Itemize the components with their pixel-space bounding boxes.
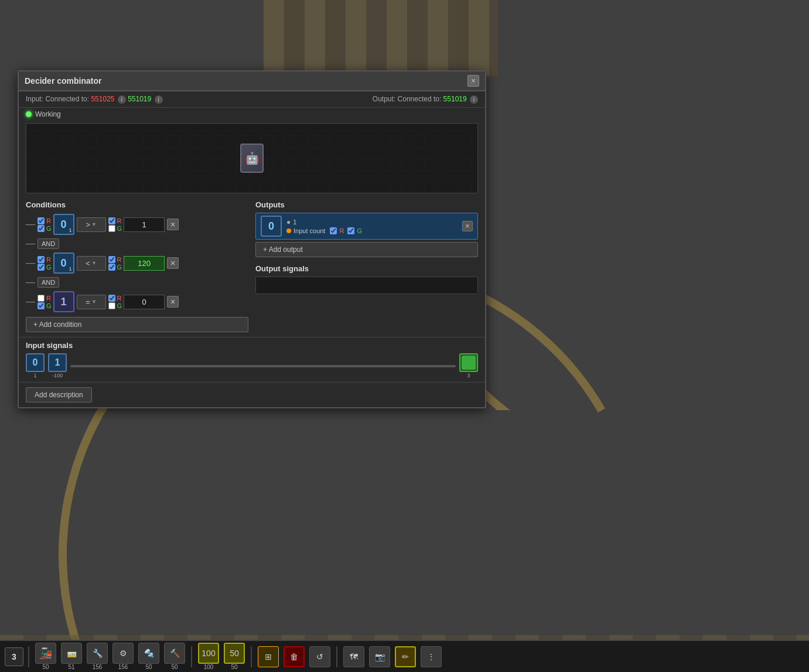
and-btn-2[interactable]: AND bbox=[37, 277, 59, 288]
output-details-1: ● 1 Input count R G bbox=[286, 218, 458, 234]
input-signal-chip-3[interactable]: 3 bbox=[459, 353, 478, 378]
remove-btn-1[interactable]: × bbox=[167, 219, 179, 230]
signal-sub-1: 1 bbox=[69, 227, 72, 233]
output-value-btn-1[interactable]: 0 bbox=[261, 216, 282, 237]
close-button[interactable]: × bbox=[467, 75, 479, 87]
signal-g-checkbox-1[interactable] bbox=[37, 225, 45, 232]
remove-btn-2[interactable]: × bbox=[167, 257, 179, 269]
right-value-3[interactable] bbox=[124, 295, 165, 309]
taskbar-item-6[interactable]: 🔨 50 bbox=[163, 642, 186, 671]
right-g-checkbox-2[interactable] bbox=[108, 264, 115, 271]
taskbar-grid-btn[interactable]: ⊞ bbox=[257, 645, 280, 668]
add-description-button[interactable]: Add description bbox=[26, 387, 92, 402]
conditions-panel: Conditions — R G bbox=[26, 200, 248, 332]
signal-r-label-1: R bbox=[46, 217, 51, 224]
input-signal-sub-2: -100 bbox=[52, 373, 63, 378]
rail-bottom bbox=[0, 635, 809, 640]
input-signal-value-1: 0 bbox=[26, 353, 45, 372]
status-dot bbox=[26, 111, 32, 117]
right-g-checkbox-3[interactable] bbox=[108, 302, 115, 309]
output-number: 1 bbox=[293, 219, 296, 226]
taskbar-count-6: 50 bbox=[171, 664, 177, 670]
remove-btn-3[interactable]: × bbox=[167, 296, 179, 308]
right-r-label-3: R bbox=[117, 295, 122, 302]
taskbar-grid-icon: ⊞ bbox=[258, 646, 279, 667]
signal-g-checkbox-3[interactable] bbox=[37, 302, 45, 309]
operator-btn-3[interactable]: = ▼ bbox=[77, 295, 106, 309]
output-node1[interactable]: 551019 bbox=[443, 95, 467, 103]
taskbar-icon-4: ⚙ bbox=[112, 643, 134, 664]
operator-btn-2[interactable]: < ▼ bbox=[77, 256, 106, 271]
taskbar-camera-btn[interactable]: 📷 bbox=[368, 645, 391, 668]
output-connected-label: Connected to: bbox=[398, 95, 442, 103]
taskbar-map-btn[interactable]: 🗺 bbox=[342, 645, 366, 668]
left-signal-1: R G 01 bbox=[37, 214, 74, 235]
operator-btn-1[interactable]: > ▼ bbox=[77, 217, 106, 232]
dash-3: — bbox=[26, 296, 35, 307]
taskbar-special-2[interactable]: 50 50 bbox=[223, 642, 246, 671]
taskbar-menu-btn[interactable]: ⋮ bbox=[419, 645, 443, 668]
taskbar-item-5[interactable]: 🔩 50 bbox=[137, 642, 161, 671]
taskbar-item-3[interactable]: 🔧 156 bbox=[86, 642, 109, 671]
add-output-button[interactable]: + Add output bbox=[255, 242, 478, 257]
right-signal-1: R G bbox=[108, 217, 165, 232]
conditions-list: — R G bbox=[26, 213, 248, 332]
right-value-2[interactable] bbox=[124, 256, 165, 271]
signal-r-row-2: R bbox=[37, 256, 52, 263]
signal-r-checkbox-3[interactable] bbox=[37, 295, 45, 302]
signal-g-label-3: G bbox=[46, 302, 52, 309]
taskbar-edit-icon: ✏ bbox=[395, 646, 416, 667]
dash-1: — bbox=[26, 219, 35, 230]
signal-r-checkbox-2[interactable] bbox=[37, 256, 45, 263]
output-close-btn-1[interactable]: × bbox=[462, 221, 473, 231]
taskbar-item-4[interactable]: ⚙ 156 bbox=[111, 642, 135, 671]
right-value-1[interactable] bbox=[124, 217, 165, 232]
right-g-checkbox-1[interactable] bbox=[108, 225, 115, 232]
taskbar-item-2[interactable]: 🚃 51 bbox=[60, 642, 83, 671]
output-signals-bar bbox=[255, 277, 478, 294]
taskbar-separator-3 bbox=[251, 646, 252, 667]
right-r-row-3: R bbox=[108, 295, 122, 302]
left-signal-btn-1[interactable]: 01 bbox=[53, 214, 74, 235]
taskbar-camera-icon: 📷 bbox=[369, 646, 390, 667]
and-btn-1[interactable]: AND bbox=[37, 238, 59, 249]
input-node2-info[interactable]: i bbox=[155, 95, 163, 104]
output-item-1: 0 ● 1 Input count R G × bbox=[255, 213, 478, 240]
right-r-checkbox-1[interactable] bbox=[108, 217, 115, 224]
input-node1[interactable]: 551025 bbox=[91, 95, 114, 103]
taskbar-item-1[interactable]: 🚂 50 bbox=[34, 642, 57, 671]
output-g-checkbox[interactable] bbox=[347, 227, 354, 234]
input-signal-chip-1[interactable]: 0 1 bbox=[26, 353, 45, 378]
taskbar-special-count-2: 50 bbox=[231, 664, 237, 670]
output-orange-dot bbox=[286, 228, 291, 233]
left-signal-btn-3[interactable]: 1 bbox=[53, 291, 74, 312]
taskbar-delete-btn[interactable]: 🗑 bbox=[282, 645, 306, 668]
taskbar-edit-btn[interactable]: ✏ bbox=[394, 645, 417, 668]
taskbar-delete-icon: 🗑 bbox=[284, 646, 305, 667]
taskbar-special-icon-1: 100 bbox=[198, 643, 219, 664]
output-node1-info[interactable]: i bbox=[470, 95, 478, 104]
output-label: Output: bbox=[373, 95, 395, 103]
taskbar-count-5: 50 bbox=[145, 664, 152, 670]
condition-row-3: — R G bbox=[26, 290, 248, 313]
left-signal-btn-2[interactable]: 01 bbox=[53, 253, 74, 274]
taskbar-rotate-btn[interactable]: ↺ bbox=[308, 645, 332, 668]
right-r-checkbox-2[interactable] bbox=[108, 256, 115, 263]
right-g-label-3: G bbox=[117, 302, 122, 309]
input-node1-info[interactable]: i bbox=[118, 95, 126, 104]
decider-combinator-dialog: Decider combinator × Input: Connected to… bbox=[18, 70, 486, 408]
input-node2[interactable]: 551019 bbox=[128, 95, 151, 103]
output-r-checkbox[interactable] bbox=[330, 227, 337, 234]
signal-g-checkbox-2[interactable] bbox=[37, 264, 45, 271]
right-r-checkbox-3[interactable] bbox=[108, 295, 115, 302]
taskbar-page-num: 3 bbox=[5, 647, 23, 666]
right-g-label-1: G bbox=[117, 225, 122, 232]
input-signal-chip-2[interactable]: 1 -100 bbox=[48, 353, 67, 378]
signal-r-label-2: R bbox=[46, 256, 51, 263]
signal-r-checkbox-1[interactable] bbox=[37, 217, 45, 224]
operator-chevron-3: ▼ bbox=[91, 299, 97, 305]
input-signals-section: Input signals 0 1 1 -100 3 bbox=[19, 337, 485, 382]
taskbar-special-1[interactable]: 100 100 bbox=[197, 642, 220, 671]
add-condition-button[interactable]: + Add condition bbox=[26, 317, 248, 332]
output-signals-section: Output signals bbox=[255, 264, 478, 294]
